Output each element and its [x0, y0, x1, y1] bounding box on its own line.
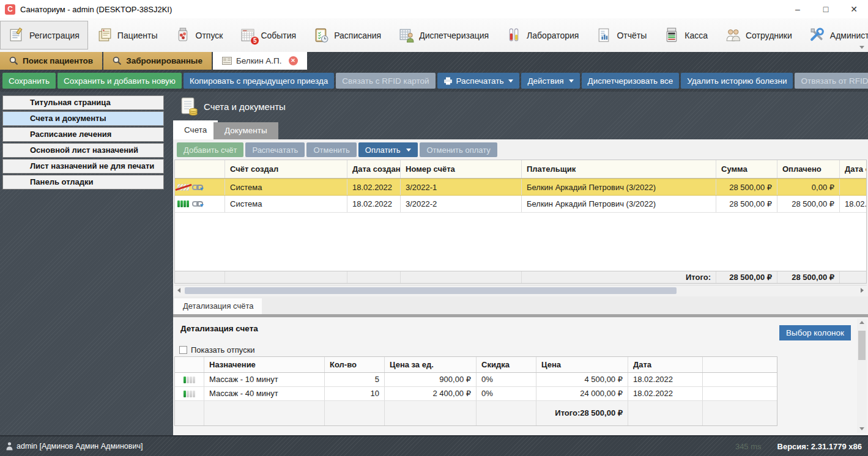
staff-icon	[725, 27, 741, 43]
header-payer[interactable]: Плательщик	[522, 160, 716, 178]
header-date[interactable]: Дата	[628, 357, 703, 372]
toolbar-item-cashbox[interactable]: Касса	[655, 21, 716, 50]
progress-bars-icon	[184, 377, 195, 383]
table-row[interactable]: Система 18.02.2022 3/2022-1 Белкин Аркад…	[175, 178, 866, 196]
detail-table: Назначение Кол-во Цена за ед. Скидка Цен…	[174, 356, 777, 426]
sidebar-item-title-page[interactable]: Титульная страница	[2, 95, 164, 110]
header-sum[interactable]: Сумма	[716, 160, 777, 178]
toolbar-item-label: Отпуск	[196, 31, 223, 40]
header-qty[interactable]: Кол-во	[325, 357, 385, 372]
choose-columns-button[interactable]: Выбор колонок	[779, 325, 851, 340]
detail-row[interactable]: Массаж - 40 минут 10 2 400,00 ₽ 0% 24 00…	[175, 387, 777, 401]
toolbar-item-dispatch[interactable]: Диспетчеризация	[390, 21, 497, 50]
sidebar-item-main-prescription-sheet[interactable]: Основной лист назначений	[2, 143, 164, 158]
pay-dropdown-button[interactable]: Оплатить	[358, 142, 418, 157]
toolbar-item-schedules[interactable]: Расписания	[305, 21, 390, 50]
header-number[interactable]: Номер счёта	[401, 160, 522, 178]
cell-price: 4 500,00 ₽	[536, 373, 628, 386]
cell-paid-date	[840, 179, 866, 195]
tab-patient-belkin[interactable]: Белкин А.П. ✕	[213, 52, 307, 70]
sidebar-item-debug-panel[interactable]: Панель отладки	[2, 175, 164, 189]
header-paid[interactable]: Оплачено	[777, 160, 840, 178]
main-section-header: Счета и документы Счета Документы	[173, 92, 868, 139]
scroll-right-icon[interactable]	[861, 288, 864, 293]
header-price[interactable]: Цена	[536, 357, 628, 372]
tab-patient-search[interactable]: Поиск пациентов	[0, 52, 102, 70]
toolbar-item-patients[interactable]: Пациенты	[88, 21, 166, 50]
scroll-left-icon[interactable]	[177, 288, 180, 293]
clipboard-clock-icon	[313, 27, 330, 43]
close-tab-icon[interactable]: ✕	[289, 56, 298, 65]
invoices-table: Счёт создал Дата создани Номер счёта Пла…	[174, 160, 867, 284]
header-discount[interactable]: Скидка	[477, 357, 536, 372]
header-unit-price[interactable]: Цена за ед.	[385, 357, 477, 372]
tools-icon	[809, 27, 826, 43]
user-icon	[6, 442, 13, 450]
tab-booked[interactable]: Забронированные	[103, 52, 212, 70]
header-name[interactable]: Назначение	[204, 357, 325, 372]
cell-created-date: 18.02.2022	[347, 196, 401, 212]
cell-created-by: Система	[225, 179, 347, 195]
header-created-date[interactable]: Дата создани	[347, 160, 401, 178]
minimize-button[interactable]: –	[784, 0, 812, 18]
vertical-scrollbar[interactable]	[857, 318, 867, 433]
link-rfid-button: Связать с RFID картой	[336, 73, 435, 89]
maximize-button[interactable]: □	[812, 0, 840, 18]
toolbar-item-staff[interactable]: Сотрудники	[716, 21, 801, 50]
actions-dropdown-button[interactable]: Действия	[521, 73, 579, 89]
sidebar-item-treatment-schedule[interactable]: Расписание лечения	[2, 127, 164, 142]
show-vacations-checkbox-row[interactable]: Показать отпуски	[179, 345, 255, 355]
toolbar-item-vacation[interactable]: Отпуск	[166, 21, 232, 50]
checkbox-unchecked-icon[interactable]	[179, 346, 187, 354]
header-paid-date[interactable]: Дата о	[840, 160, 866, 178]
tab-invoices[interactable]: Счета	[173, 120, 218, 139]
toolbar-item-label: Отчёты	[617, 31, 647, 40]
scrollbar-thumb[interactable]	[185, 287, 677, 294]
cell-date: 18.02.2022	[628, 373, 703, 386]
close-button[interactable]: ✕	[840, 0, 868, 18]
sidebar-item-invoices[interactable]: Счета и документы	[2, 111, 164, 126]
scroll-up-icon[interactable]	[859, 321, 864, 324]
content-area: Титульная страница Счета и документы Рас…	[0, 92, 868, 435]
horizontal-scrollbar[interactable]	[174, 285, 867, 295]
toolbar-item-reports[interactable]: Отчёты	[587, 21, 655, 50]
sidebar: Титульная страница Счета и документы Рас…	[2, 95, 164, 191]
title-bar: C Санаториум - admin (DESKTOP-38SJ2KI) –…	[0, 0, 868, 18]
scrollbar-thumb[interactable]	[858, 331, 866, 360]
toolbar-item-registration[interactable]: Регистрация	[0, 21, 88, 50]
table-row[interactable]: Система 18.02.2022 3/2022-2 Белкин Аркад…	[175, 196, 866, 213]
dispatch-all-button[interactable]: Диспетчеризовать все	[582, 73, 680, 89]
toolbar-item-label: Пациенты	[117, 31, 158, 40]
events-badge: 5	[250, 36, 259, 45]
button-label: Отвязать от RFID-карты	[801, 76, 868, 86]
toolbar-item-laboratory[interactable]: Лаборатория	[497, 21, 587, 50]
scrollbar-track[interactable]	[184, 285, 858, 295]
latency-indicator: 345 ms	[735, 442, 762, 451]
cell-qty: 5	[325, 373, 385, 386]
toolbar-item-label: Администрирование	[830, 31, 868, 40]
tab-invoice-details[interactable]: Детализация счёта	[174, 298, 262, 314]
toolbar-overflow-icon[interactable]	[859, 46, 864, 49]
toolbar-item-administration[interactable]: Администрирование	[801, 21, 868, 50]
toolbar-item-events[interactable]: 5 События	[231, 21, 305, 50]
tab-documents[interactable]: Документы	[213, 122, 278, 139]
patients-icon	[97, 27, 113, 43]
header-created-by[interactable]: Счёт создал	[225, 160, 347, 178]
add-invoice-button: Добавить счёт	[177, 142, 243, 157]
scroll-down-icon[interactable]	[859, 427, 864, 430]
window-title: Санаториум - admin (DESKTOP-38SJ2KI)	[20, 5, 172, 14]
cell-sum: 28 500,00 ₽	[716, 179, 777, 195]
print-dropdown-button[interactable]: Распечатать	[437, 73, 520, 89]
cell-date: 18.02.2022	[628, 387, 703, 400]
header-status[interactable]	[175, 160, 225, 178]
toolbar-item-label: Касса	[684, 31, 708, 40]
detail-row[interactable]: Массаж - 10 минут 5 900,00 ₽ 0% 4 500,00…	[175, 373, 777, 387]
save-and-add-button[interactable]: Сохранить и добавить новую	[57, 73, 182, 89]
delete-history-button[interactable]: Удалить историю болезни	[681, 73, 793, 89]
save-button[interactable]: Сохранить	[2, 73, 56, 89]
copy-previous-visit-button[interactable]: Копировать с предыдущего приезда	[184, 73, 334, 89]
print-invoice-button: Распечатать	[245, 142, 305, 157]
toolbar-item-label: События	[261, 31, 296, 40]
sidebar-item-non-print-sheet[interactable]: Лист назначений не для печати	[2, 159, 164, 174]
button-label: Сохранить	[9, 76, 50, 86]
